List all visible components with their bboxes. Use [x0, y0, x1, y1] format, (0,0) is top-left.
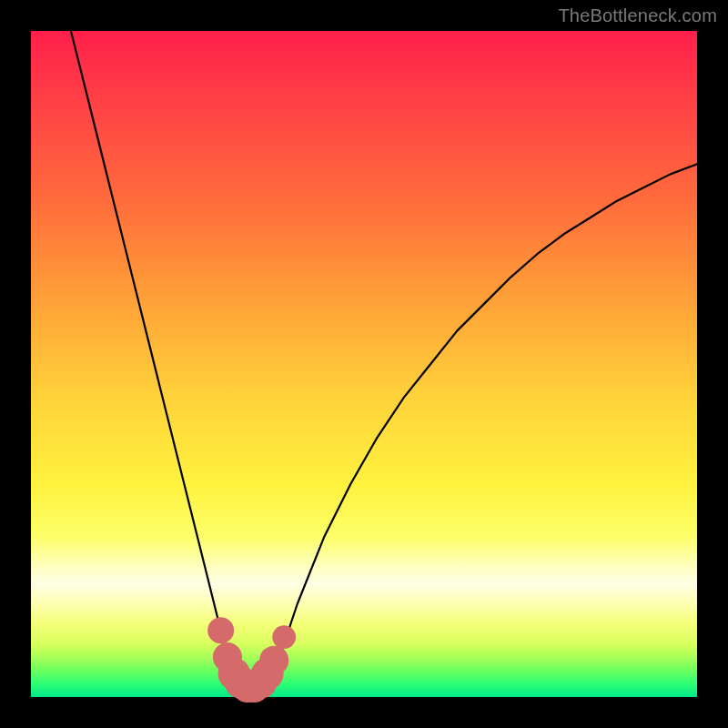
curve-svg [31, 31, 697, 697]
bottleneck-curve [71, 31, 697, 687]
plot-area [31, 31, 697, 697]
highlight-dot [272, 625, 296, 649]
highlight-dots [207, 617, 296, 703]
highlight-dot [207, 617, 234, 643]
highlight-dot [259, 646, 288, 675]
chart-frame: TheBottleneck.com [0, 0, 728, 728]
watermark-text: TheBottleneck.com [558, 5, 717, 26]
